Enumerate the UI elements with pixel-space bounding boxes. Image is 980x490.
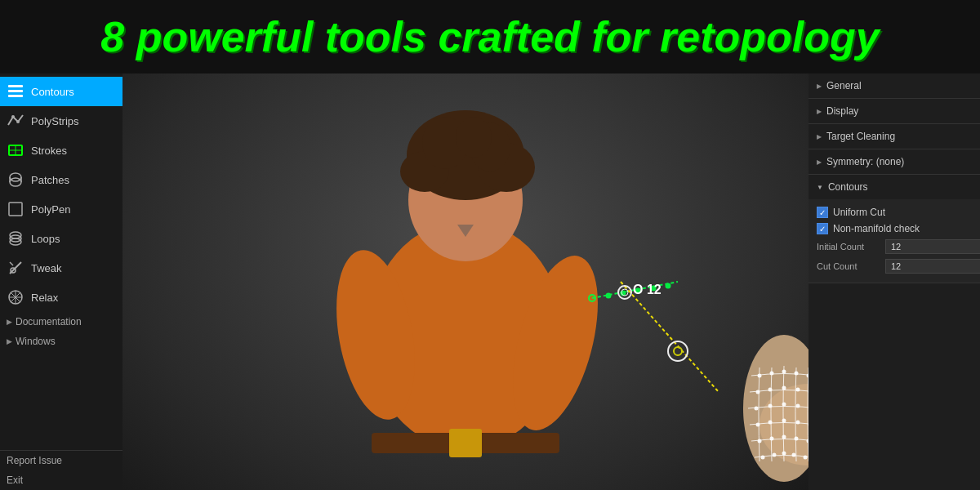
exit-link[interactable]: Exit [0, 470, 122, 490]
general-arrow-icon: ▶ [817, 82, 822, 90]
sidebar-label-patches: Patches [31, 174, 69, 186]
svg-rect-12 [9, 203, 22, 216]
sidebar-label-polypen: PolyPen [31, 203, 70, 216]
panel-target-cleaning-label: Target Cleaning [826, 131, 895, 142]
svg-point-3 [11, 115, 15, 118]
sidebar-section-documentation-label: Documentation [16, 316, 82, 327]
strokes-icon [7, 141, 24, 159]
sidebar-item-strokes[interactable]: Strokes [0, 136, 122, 165]
sidebar-label-polystrips: PolyStrips [31, 115, 79, 127]
panel-section-symmetry: ▶ Symmetry: (none) [808, 149, 980, 175]
panel-row-uniform-cut: Uniform Cut [817, 204, 972, 220]
panel-section-general: ▶ General [808, 74, 980, 99]
panel-row-cut-count: Cut Count [817, 256, 972, 276]
panel-section-display-header[interactable]: ▶ Display [808, 99, 980, 123]
panel-contours-label: Contours [828, 181, 868, 193]
sidebar-item-tweak[interactable]: Tweak [0, 253, 122, 283]
sidebar-item-contours[interactable]: Contours [0, 77, 122, 106]
panel-row-nonmanifold: Non-manifold check [817, 220, 972, 237]
main-layout: Contours PolyStrips Strokes [0, 74, 980, 490]
sidebar-section-documentation[interactable]: ▶ Documentation [0, 312, 122, 332]
panel-contours-content: Uniform Cut Non-manifold check Initial C… [808, 199, 980, 283]
svg-rect-1 [8, 90, 23, 92]
initial-count-input[interactable] [885, 239, 980, 254]
sidebar-label-strokes: Strokes [31, 145, 67, 157]
tweak-icon [7, 259, 24, 277]
win-arrow-icon: ▶ [7, 337, 12, 345]
symmetry-arrow-icon: ▶ [817, 158, 822, 166]
loops-icon [7, 229, 24, 247]
nonmanifold-label: Non-manifold check [833, 223, 920, 234]
panel-symmetry-label: Symmetry: (none) [826, 156, 904, 167]
polystrips-icon [7, 112, 24, 130]
svg-line-18 [10, 262, 13, 265]
sidebar: Contours PolyStrips Strokes [0, 74, 122, 490]
panel-row-initial-count: Initial Count [817, 237, 972, 256]
panel-section-target-cleaning: ▶ Target Cleaning [808, 124, 980, 149]
uniform-cut-checkbox[interactable] [817, 207, 828, 218]
contours-panel-arrow-icon: ▼ [817, 184, 823, 191]
report-issue-label: Report Issue [7, 455, 62, 466]
sidebar-label-tweak: Tweak [31, 262, 62, 274]
viewport-background [122, 74, 808, 490]
viewport[interactable]: O 12 [122, 74, 808, 490]
display-arrow-icon: ▶ [817, 108, 822, 115]
uniform-cut-label: Uniform Cut [833, 207, 885, 218]
svg-point-8 [10, 173, 21, 181]
sidebar-item-relax[interactable]: Relax [0, 283, 122, 312]
relax-icon [7, 288, 24, 306]
sidebar-item-patches[interactable]: Patches [0, 165, 122, 194]
panel-display-label: Display [826, 105, 858, 117]
panel-section-contours-header[interactable]: ▼ Contours [808, 175, 980, 199]
cut-count-label: Cut Count [817, 261, 882, 271]
exit-label: Exit [7, 474, 23, 486]
initial-count-label: Initial Count [817, 242, 882, 252]
sidebar-section-windows-label: Windows [16, 336, 56, 347]
sidebar-item-polystrips[interactable]: PolyStrips [0, 106, 122, 136]
report-issue-link[interactable]: Report Issue [0, 451, 122, 470]
page-title: 8 powerful tools crafted for retopology [100, 12, 879, 61]
target-cleaning-arrow-icon: ▶ [817, 133, 822, 140]
contours-icon [7, 82, 24, 100]
cut-count-input[interactable] [885, 259, 980, 274]
svg-rect-2 [8, 95, 23, 97]
panel-section-symmetry-header[interactable]: ▶ Symmetry: (none) [808, 149, 980, 174]
svg-point-9 [10, 178, 21, 186]
doc-arrow-icon: ▶ [7, 318, 12, 326]
sidebar-label-loops: Loops [31, 233, 60, 245]
panel-general-label: General [826, 80, 862, 91]
sidebar-bottom: Report Issue Exit [0, 450, 122, 490]
sidebar-item-loops[interactable]: Loops [0, 224, 122, 253]
polypen-icon [7, 200, 24, 218]
panel-section-general-header[interactable]: ▶ General [808, 74, 980, 98]
sidebar-section-windows[interactable]: ▶ Windows [0, 332, 122, 351]
svg-rect-0 [8, 85, 23, 87]
svg-point-4 [16, 120, 20, 123]
sidebar-item-polypen[interactable]: PolyPen [0, 194, 122, 224]
sidebar-label-contours: Contours [31, 86, 74, 98]
panel-section-display: ▶ Display [808, 99, 980, 124]
right-panel: ▶ General ▶ Display ▶ Target Cleaning ▶ … [808, 74, 980, 490]
patches-icon [7, 171, 24, 189]
header: 8 powerful tools crafted for retopology [0, 0, 980, 74]
panel-section-target-cleaning-header[interactable]: ▶ Target Cleaning [808, 124, 980, 149]
panel-section-contours: ▼ Contours Uniform Cut Non-manifold chec… [808, 175, 980, 283]
nonmanifold-checkbox[interactable] [817, 223, 828, 234]
sidebar-label-relax: Relax [31, 292, 58, 304]
